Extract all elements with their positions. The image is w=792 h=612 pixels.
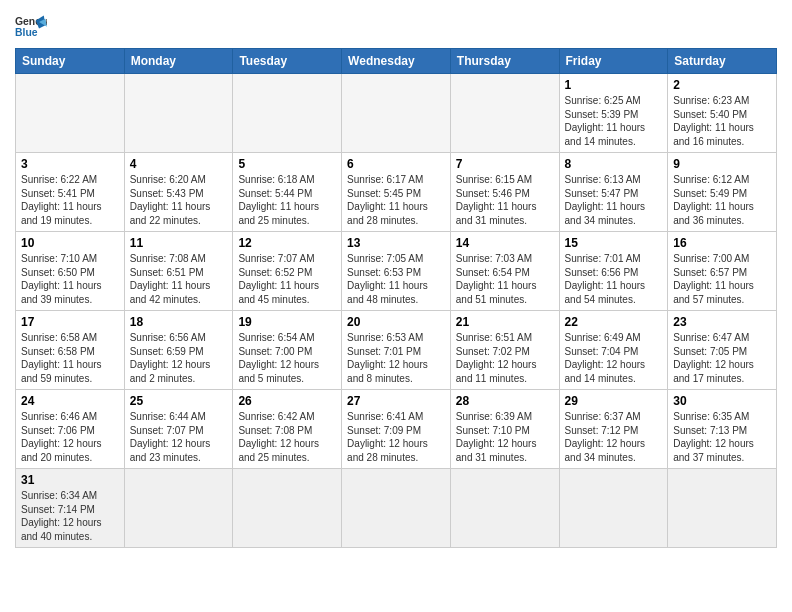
calendar-cell: 1Sunrise: 6:25 AM Sunset: 5:39 PM Daylig… — [559, 74, 668, 153]
calendar-cell: 12Sunrise: 7:07 AM Sunset: 6:52 PM Dayli… — [233, 232, 342, 311]
weekday-row: SundayMondayTuesdayWednesdayThursdayFrid… — [16, 49, 777, 74]
logo-icon: General Blue — [15, 14, 47, 42]
calendar-cell: 19Sunrise: 6:54 AM Sunset: 7:00 PM Dayli… — [233, 311, 342, 390]
calendar-cell: 2Sunrise: 6:23 AM Sunset: 5:40 PM Daylig… — [668, 74, 777, 153]
calendar-cell: 23Sunrise: 6:47 AM Sunset: 7:05 PM Dayli… — [668, 311, 777, 390]
day-info: Sunrise: 7:03 AM Sunset: 6:54 PM Dayligh… — [456, 252, 554, 306]
day-number: 10 — [21, 236, 119, 250]
weekday-header-wednesday: Wednesday — [342, 49, 451, 74]
day-number: 27 — [347, 394, 445, 408]
day-info: Sunrise: 6:51 AM Sunset: 7:02 PM Dayligh… — [456, 331, 554, 385]
calendar-cell: 24Sunrise: 6:46 AM Sunset: 7:06 PM Dayli… — [16, 390, 125, 469]
day-number: 6 — [347, 157, 445, 171]
calendar-cell — [124, 469, 233, 548]
day-number: 7 — [456, 157, 554, 171]
calendar-cell: 9Sunrise: 6:12 AM Sunset: 5:49 PM Daylig… — [668, 153, 777, 232]
calendar-cell — [668, 469, 777, 548]
day-number: 9 — [673, 157, 771, 171]
day-info: Sunrise: 6:49 AM Sunset: 7:04 PM Dayligh… — [565, 331, 663, 385]
calendar-cell: 3Sunrise: 6:22 AM Sunset: 5:41 PM Daylig… — [16, 153, 125, 232]
day-number: 14 — [456, 236, 554, 250]
day-info: Sunrise: 6:56 AM Sunset: 6:59 PM Dayligh… — [130, 331, 228, 385]
day-number: 2 — [673, 78, 771, 92]
day-info: Sunrise: 7:01 AM Sunset: 6:56 PM Dayligh… — [565, 252, 663, 306]
day-info: Sunrise: 6:12 AM Sunset: 5:49 PM Dayligh… — [673, 173, 771, 227]
calendar-cell: 17Sunrise: 6:58 AM Sunset: 6:58 PM Dayli… — [16, 311, 125, 390]
page-header: General Blue — [15, 10, 777, 42]
day-number: 16 — [673, 236, 771, 250]
day-info: Sunrise: 6:46 AM Sunset: 7:06 PM Dayligh… — [21, 410, 119, 464]
calendar-cell: 31Sunrise: 6:34 AM Sunset: 7:14 PM Dayli… — [16, 469, 125, 548]
calendar-week-5: 24Sunrise: 6:46 AM Sunset: 7:06 PM Dayli… — [16, 390, 777, 469]
day-info: Sunrise: 6:58 AM Sunset: 6:58 PM Dayligh… — [21, 331, 119, 385]
calendar-cell: 26Sunrise: 6:42 AM Sunset: 7:08 PM Dayli… — [233, 390, 342, 469]
weekday-header-friday: Friday — [559, 49, 668, 74]
day-info: Sunrise: 6:39 AM Sunset: 7:10 PM Dayligh… — [456, 410, 554, 464]
day-number: 1 — [565, 78, 663, 92]
day-info: Sunrise: 6:17 AM Sunset: 5:45 PM Dayligh… — [347, 173, 445, 227]
calendar-cell: 5Sunrise: 6:18 AM Sunset: 5:44 PM Daylig… — [233, 153, 342, 232]
day-info: Sunrise: 7:10 AM Sunset: 6:50 PM Dayligh… — [21, 252, 119, 306]
calendar-cell: 21Sunrise: 6:51 AM Sunset: 7:02 PM Dayli… — [450, 311, 559, 390]
svg-text:Blue: Blue — [15, 27, 38, 38]
day-info: Sunrise: 7:07 AM Sunset: 6:52 PM Dayligh… — [238, 252, 336, 306]
calendar-cell — [450, 469, 559, 548]
day-info: Sunrise: 6:42 AM Sunset: 7:08 PM Dayligh… — [238, 410, 336, 464]
day-number: 19 — [238, 315, 336, 329]
calendar-cell: 15Sunrise: 7:01 AM Sunset: 6:56 PM Dayli… — [559, 232, 668, 311]
day-number: 30 — [673, 394, 771, 408]
calendar-cell: 28Sunrise: 6:39 AM Sunset: 7:10 PM Dayli… — [450, 390, 559, 469]
weekday-header-thursday: Thursday — [450, 49, 559, 74]
day-number: 13 — [347, 236, 445, 250]
day-info: Sunrise: 6:22 AM Sunset: 5:41 PM Dayligh… — [21, 173, 119, 227]
calendar-cell — [342, 469, 451, 548]
day-info: Sunrise: 6:25 AM Sunset: 5:39 PM Dayligh… — [565, 94, 663, 148]
weekday-header-tuesday: Tuesday — [233, 49, 342, 74]
calendar-week-4: 17Sunrise: 6:58 AM Sunset: 6:58 PM Dayli… — [16, 311, 777, 390]
calendar-cell — [450, 74, 559, 153]
calendar-cell: 25Sunrise: 6:44 AM Sunset: 7:07 PM Dayli… — [124, 390, 233, 469]
logo: General Blue — [15, 14, 47, 42]
day-info: Sunrise: 6:18 AM Sunset: 5:44 PM Dayligh… — [238, 173, 336, 227]
day-number: 22 — [565, 315, 663, 329]
day-number: 29 — [565, 394, 663, 408]
day-info: Sunrise: 6:44 AM Sunset: 7:07 PM Dayligh… — [130, 410, 228, 464]
calendar-cell: 7Sunrise: 6:15 AM Sunset: 5:46 PM Daylig… — [450, 153, 559, 232]
day-info: Sunrise: 7:05 AM Sunset: 6:53 PM Dayligh… — [347, 252, 445, 306]
calendar-week-1: 1Sunrise: 6:25 AM Sunset: 5:39 PM Daylig… — [16, 74, 777, 153]
day-number: 18 — [130, 315, 228, 329]
day-number: 21 — [456, 315, 554, 329]
day-info: Sunrise: 7:08 AM Sunset: 6:51 PM Dayligh… — [130, 252, 228, 306]
calendar-cell: 13Sunrise: 7:05 AM Sunset: 6:53 PM Dayli… — [342, 232, 451, 311]
calendar-week-6: 31Sunrise: 6:34 AM Sunset: 7:14 PM Dayli… — [16, 469, 777, 548]
day-info: Sunrise: 6:15 AM Sunset: 5:46 PM Dayligh… — [456, 173, 554, 227]
calendar-header: SundayMondayTuesdayWednesdayThursdayFrid… — [16, 49, 777, 74]
day-number: 31 — [21, 473, 119, 487]
day-number: 17 — [21, 315, 119, 329]
calendar-cell — [124, 74, 233, 153]
day-info: Sunrise: 6:41 AM Sunset: 7:09 PM Dayligh… — [347, 410, 445, 464]
calendar-cell — [233, 469, 342, 548]
calendar-cell: 29Sunrise: 6:37 AM Sunset: 7:12 PM Dayli… — [559, 390, 668, 469]
day-info: Sunrise: 6:47 AM Sunset: 7:05 PM Dayligh… — [673, 331, 771, 385]
calendar-cell: 14Sunrise: 7:03 AM Sunset: 6:54 PM Dayli… — [450, 232, 559, 311]
weekday-header-saturday: Saturday — [668, 49, 777, 74]
day-number: 23 — [673, 315, 771, 329]
calendar-week-2: 3Sunrise: 6:22 AM Sunset: 5:41 PM Daylig… — [16, 153, 777, 232]
day-number: 11 — [130, 236, 228, 250]
day-number: 28 — [456, 394, 554, 408]
day-number: 5 — [238, 157, 336, 171]
calendar-cell — [16, 74, 125, 153]
day-info: Sunrise: 6:13 AM Sunset: 5:47 PM Dayligh… — [565, 173, 663, 227]
day-info: Sunrise: 7:00 AM Sunset: 6:57 PM Dayligh… — [673, 252, 771, 306]
calendar-cell — [559, 469, 668, 548]
calendar-cell: 18Sunrise: 6:56 AM Sunset: 6:59 PM Dayli… — [124, 311, 233, 390]
day-number: 3 — [21, 157, 119, 171]
day-info: Sunrise: 6:34 AM Sunset: 7:14 PM Dayligh… — [21, 489, 119, 543]
calendar-cell: 8Sunrise: 6:13 AM Sunset: 5:47 PM Daylig… — [559, 153, 668, 232]
calendar-cell: 10Sunrise: 7:10 AM Sunset: 6:50 PM Dayli… — [16, 232, 125, 311]
day-info: Sunrise: 6:53 AM Sunset: 7:01 PM Dayligh… — [347, 331, 445, 385]
day-info: Sunrise: 6:37 AM Sunset: 7:12 PM Dayligh… — [565, 410, 663, 464]
calendar-cell: 6Sunrise: 6:17 AM Sunset: 5:45 PM Daylig… — [342, 153, 451, 232]
day-number: 15 — [565, 236, 663, 250]
